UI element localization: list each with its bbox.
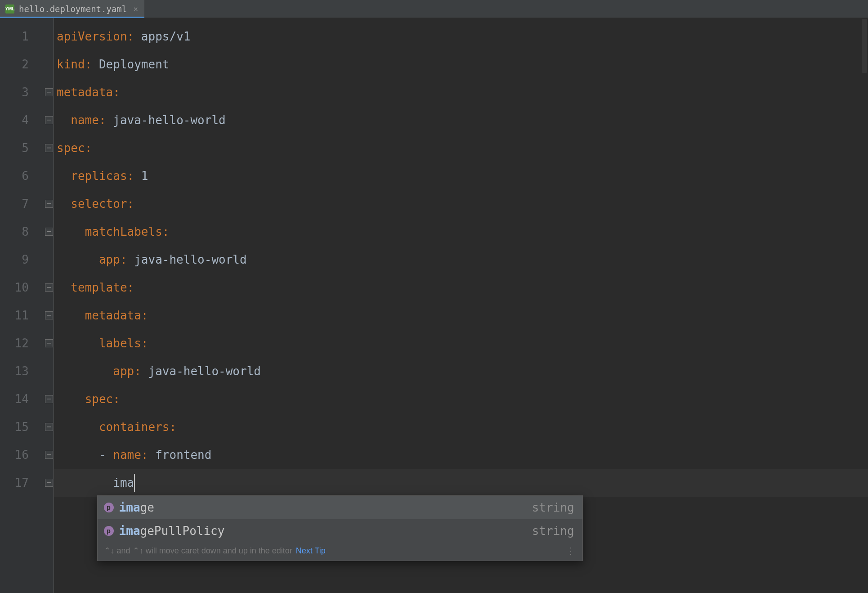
gutter-line: 5 [0,134,54,162]
code-line[interactable]: metadata: [54,301,868,329]
yaml-value: java-hello-world [134,253,246,266]
yaml-key: metadata [57,85,113,99]
completion-hint: ⌃↓ and ⌃↑ will move caret down and up in… [98,543,582,561]
completion-popup[interactable]: pimagestringpimagePullPolicystring⌃↓ and… [97,495,583,561]
fold-marker-icon[interactable] [45,283,53,292]
gutter-line: 16 [0,441,54,469]
fold-marker-icon[interactable] [45,395,53,403]
completion-type: string [532,524,574,538]
fold-marker-icon[interactable] [45,423,53,431]
tab-active[interactable]: YML hello.deployment.yaml × [0,0,144,18]
completion-item[interactable]: pimagestring [98,496,582,519]
code-line[interactable]: spec: [54,385,868,413]
yaml-key: spec [85,392,113,406]
caret [134,474,135,492]
yaml-key: selector [71,197,127,211]
tab-filename: hello.deployment.yaml [19,4,127,14]
tab-bar: YML hello.deployment.yaml × [0,0,868,18]
yaml-key: name [113,448,141,462]
yaml-value: java-hello-world [113,113,225,127]
completion-label: image [119,501,527,514]
code-line[interactable]: selector: [54,190,868,218]
code-line[interactable]: app: java-hello-world [54,357,868,385]
fold-marker-icon[interactable] [45,200,53,208]
fold-marker-icon[interactable] [45,311,53,319]
fold-marker-icon[interactable] [45,144,53,152]
gutter-line: 9 [0,246,54,274]
more-icon[interactable]: ⋮ [566,545,576,556]
gutter-line: 11 [0,301,54,329]
yaml-key: containers [99,420,170,434]
gutter-line: 10 [0,274,54,301]
fold-marker-icon[interactable] [45,88,53,96]
yaml-key: matchLabels [85,225,162,238]
gutter-line: 1 [0,22,54,50]
yaml-file-icon: YML [5,4,14,13]
gutter: 1234567891011121314151617 [0,18,54,593]
close-icon[interactable]: × [133,5,138,13]
code-line[interactable]: metadata: [54,78,868,106]
code-line[interactable]: containers: [54,413,868,441]
yaml-key: replicas [71,169,127,183]
code-line[interactable]: template: [54,274,868,301]
completion-item[interactable]: pimagePullPolicystring [98,519,582,543]
yaml-key: app [99,253,120,266]
gutter-line: 2 [0,50,54,78]
yaml-key: kind [57,58,85,71]
code-line[interactable]: - name: frontend [54,441,868,469]
property-icon: p [104,503,114,512]
fold-marker-icon[interactable] [45,451,53,459]
fold-marker-icon[interactable] [45,228,53,236]
code-line[interactable]: apiVersion: apps/v1 [54,22,868,50]
fold-marker-icon[interactable] [45,339,53,347]
completion-label: imagePullPolicy [119,524,527,538]
fold-marker-icon[interactable] [45,116,53,124]
yaml-key: apiVersion [57,30,127,43]
yaml-value: apps/v1 [141,30,191,43]
code-line[interactable]: name: java-hello-world [54,106,868,134]
yaml-value: 1 [141,169,148,183]
gutter-line: 17 [0,469,54,497]
code-line[interactable]: spec: [54,134,868,162]
yaml-key: metadata [85,309,141,322]
hint-text: ⌃↓ and ⌃↑ will move caret down and up in… [104,546,292,556]
gutter-line: 7 [0,190,54,218]
gutter-line: 4 [0,106,54,134]
code-line[interactable]: replicas: 1 [54,162,868,190]
gutter-line: 6 [0,162,54,190]
partial-token: ima [113,476,134,490]
yaml-key: template [71,281,127,294]
code-line[interactable]: app: java-hello-world [54,246,868,274]
yaml-value: frontend [155,448,211,462]
gutter-line: 14 [0,385,54,413]
completion-type: string [532,501,574,514]
code-line[interactable]: labels: [54,329,868,357]
gutter-line: 3 [0,78,54,106]
yaml-value: Deployment [99,58,170,71]
gutter-line: 13 [0,357,54,385]
gutter-line: 12 [0,329,54,357]
yaml-key: app [113,364,134,378]
fold-marker-icon[interactable] [45,479,53,487]
yaml-value: java-hello-world [148,364,261,378]
gutter-line: 8 [0,218,54,246]
yaml-key: spec [57,141,85,155]
gutter-line: 15 [0,413,54,441]
code-line[interactable]: matchLabels: [54,218,868,246]
next-tip-link[interactable]: Next Tip [296,546,326,556]
yaml-key: labels [99,337,141,350]
property-icon: p [104,526,114,536]
code-line[interactable]: kind: Deployment [54,50,868,78]
code-line[interactable]: ima [54,469,868,497]
yaml-key: name [71,113,99,127]
